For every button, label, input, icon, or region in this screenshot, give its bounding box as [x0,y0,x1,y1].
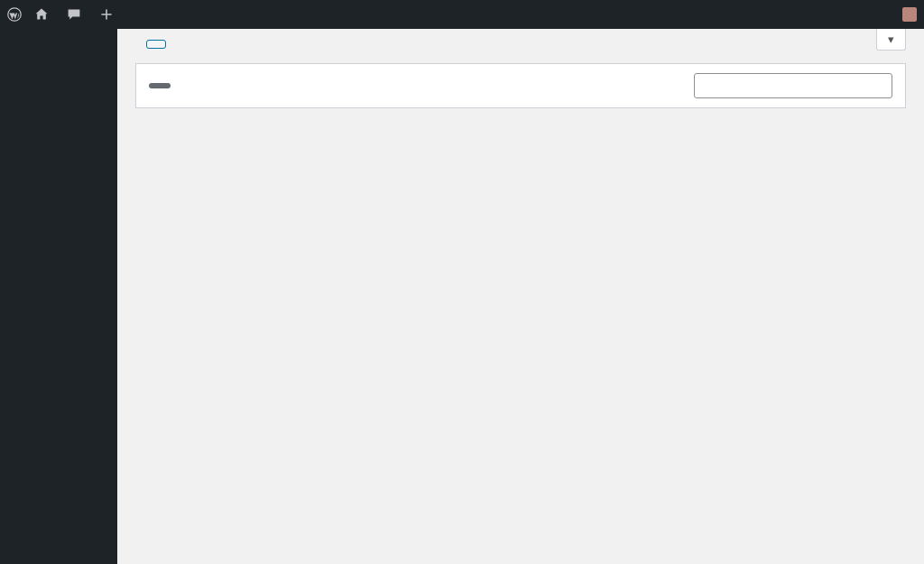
site-link[interactable] [34,7,54,22]
theme-filter-bar [135,63,906,108]
upload-theme-button[interactable] [146,40,166,49]
comment-icon [67,7,81,22]
search-input[interactable] [694,73,892,98]
theme-count-badge [149,83,171,88]
admin-sidebar [0,29,117,564]
plus-icon [99,7,114,22]
howdy-link[interactable] [897,7,917,22]
avatar [902,7,917,22]
home-icon [34,7,49,22]
comments-link[interactable] [67,7,87,22]
main-content: ▾ [117,29,924,564]
new-link[interactable] [99,7,119,22]
wp-logo[interactable] [7,7,22,22]
admin-bar [0,0,924,29]
wordpress-icon [7,7,22,22]
help-tab[interactable]: ▾ [876,29,906,51]
